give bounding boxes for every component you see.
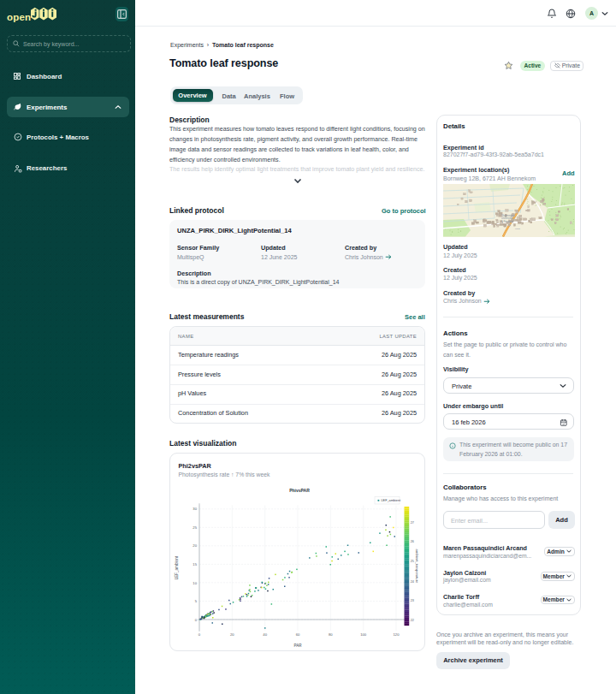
svg-text:5: 5 <box>195 599 198 603</box>
svg-text:Wageningen: Wageningen <box>501 214 514 217</box>
svg-text:10: 10 <box>192 581 197 585</box>
svg-text:0: 0 <box>198 632 201 637</box>
svg-text:27: 27 <box>411 521 414 525</box>
svg-text:26: 26 <box>411 540 414 543</box>
svg-text:ambient_temperature: ambient_temperature <box>415 549 419 584</box>
svg-text:& Research: & Research <box>501 220 514 223</box>
svg-text:LEF_ambient: LEF_ambient <box>175 555 179 579</box>
svg-text:100: 100 <box>360 632 367 637</box>
svg-text:20: 20 <box>230 632 234 637</box>
svg-text:23: 23 <box>411 599 414 602</box>
svg-text:PAR: PAR <box>293 644 302 648</box>
svg-text:0: 0 <box>195 618 198 622</box>
svg-text:120: 120 <box>394 632 400 637</box>
svg-text:LEF_ambient: LEF_ambient <box>382 499 402 502</box>
svg-text:30: 30 <box>192 507 197 511</box>
svg-text:60: 60 <box>296 632 300 637</box>
svg-text:Universiteit: Universiteit <box>501 217 513 220</box>
svg-text:25: 25 <box>411 560 414 563</box>
svg-text:N225: N225 <box>515 228 521 230</box>
svg-text:25: 25 <box>192 525 197 530</box>
svg-text:22: 22 <box>411 619 414 622</box>
svg-text:80: 80 <box>329 632 333 637</box>
svg-text:15: 15 <box>192 562 197 566</box>
svg-text:20: 20 <box>192 543 197 548</box>
svg-text:40: 40 <box>263 632 267 637</box>
svg-text:PhivsPAR: PhivsPAR <box>289 488 310 493</box>
svg-text:24: 24 <box>411 580 414 584</box>
